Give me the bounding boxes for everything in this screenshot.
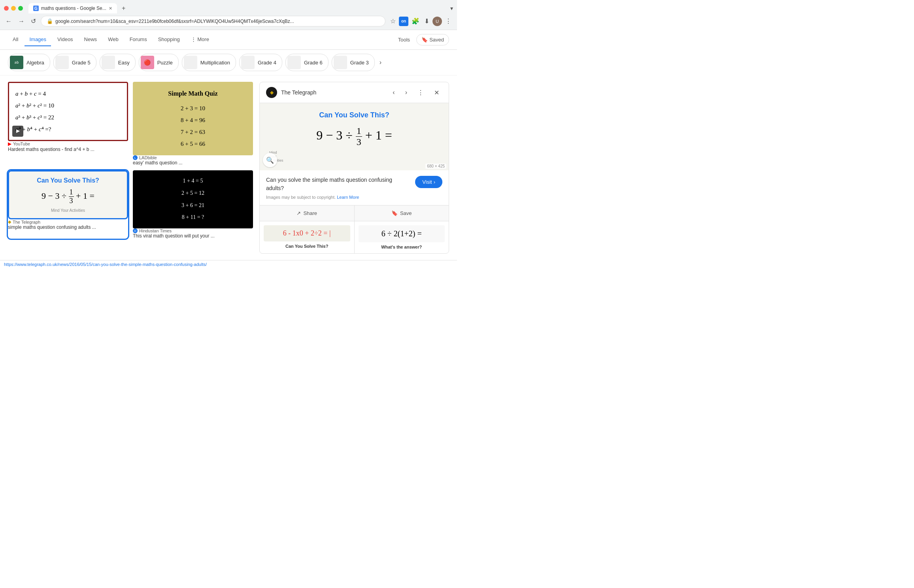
tab-all[interactable]: All xyxy=(8,33,23,46)
tab-web[interactable]: Web xyxy=(103,33,123,46)
new-tab-button[interactable]: + xyxy=(119,3,129,13)
tab-close-button[interactable]: ✕ xyxy=(109,6,112,11)
tab-images[interactable]: Images xyxy=(25,33,51,46)
chip-grade4-label: Grade 4 xyxy=(258,60,276,66)
related-item-1[interactable]: 6 - 1x0 + 2÷2 = | Can You Solve This? xyxy=(260,221,355,253)
tab-shopping[interactable]: Shopping xyxy=(153,33,185,46)
related-math-2: 6 ÷ 2(1+2) = xyxy=(381,229,422,238)
chips-scroll-right-button[interactable]: › xyxy=(378,57,383,68)
source-label-ladbible: LADbible xyxy=(139,155,157,160)
extension-icon[interactable]: on xyxy=(399,17,408,26)
panel-image-size: 680 × 425 xyxy=(425,164,446,169)
result-source-youtube: ▶ YouTube xyxy=(8,141,128,147)
telegraph-logo-icon: ◆ xyxy=(270,90,274,95)
tools-button[interactable]: Tools xyxy=(393,34,415,46)
result-ladbible-quiz[interactable]: Simple Math Quiz 2 + 3 = 10 8 + 4 = 96 7… xyxy=(133,82,253,166)
tab-news[interactable]: News xyxy=(79,33,102,46)
profile-avatar[interactable]: U xyxy=(432,17,442,26)
result-source-hindustan: H Hindustan Times xyxy=(133,228,253,233)
related-math-1: 6 - 1x0 + 2÷2 = | xyxy=(283,229,331,237)
chip-grade4[interactable]: Grade 4 xyxy=(239,54,282,71)
secure-icon: 🔒 xyxy=(47,18,53,24)
chip-easy[interactable]: Easy xyxy=(100,54,136,71)
tab-favicon-icon: G xyxy=(33,6,39,11)
hindustan-image: 1 + 4 = 5 2 + 5 = 12 3 + 6 = 21 8 + 11 =… xyxy=(133,170,253,228)
saved-button[interactable]: 🔖 Saved xyxy=(416,34,449,45)
share-button[interactable]: ↗ Share xyxy=(260,205,355,221)
chip-grade3-label: Grade 3 xyxy=(350,60,369,66)
chip-grade5[interactable]: Grade 5 xyxy=(53,54,96,71)
forward-button[interactable]: → xyxy=(17,16,26,26)
source-label-youtube: YouTube xyxy=(13,141,30,146)
address-bar[interactable]: 🔒 google.com/search?num=10&sca_esv=2211e… xyxy=(41,16,385,26)
tab-more[interactable]: ⋮ More xyxy=(186,33,214,46)
panel-next-button[interactable]: › xyxy=(402,87,410,98)
youtube-algebra-image: a + b + c = 4 a² + b² + c² = 10 a³ + b³ … xyxy=(8,82,128,141)
chip-algebra-label: Algebra xyxy=(26,60,44,66)
back-button[interactable]: ← xyxy=(4,16,13,26)
chip-puzzle[interactable]: 🔴 Puzzle xyxy=(139,54,179,71)
share-label: Share xyxy=(303,210,317,216)
active-tab[interactable]: G maths questions - Google Se... ✕ xyxy=(28,3,117,13)
related-title-2: What's the answer? xyxy=(359,245,445,249)
reload-button[interactable]: ↺ xyxy=(29,16,38,26)
chip-multiplication[interactable]: Multiplication xyxy=(182,54,236,71)
status-bar: https://www.telegraph.co.uk/news/2016/05… xyxy=(0,260,457,268)
visual-search-button[interactable]: 🔍 xyxy=(263,153,277,167)
chip-grade4-thumbnail xyxy=(241,56,255,69)
bookmark-icon: 🔖 xyxy=(421,37,428,43)
more-options-button[interactable]: ⋮ xyxy=(444,16,453,26)
related-title-1: Can You Solve This? xyxy=(264,244,350,249)
panel-description: Can you solve the simple maths question … xyxy=(266,176,411,192)
chip-grade3-thumbnail xyxy=(334,56,347,69)
result-youtube-algebra[interactable]: a + b + c = 4 a² + b² + c² = 10 a³ + b³ … xyxy=(8,82,128,166)
close-window-button[interactable] xyxy=(4,6,9,11)
hindustan-icon: H xyxy=(133,228,138,233)
related-item-2[interactable]: 6 ÷ 2(1+2) = What's the answer? xyxy=(355,221,449,253)
download-button[interactable]: ⬇ xyxy=(423,16,431,26)
chip-easy-thumbnail xyxy=(102,56,115,69)
tab-title: maths questions - Google Se... xyxy=(41,6,106,11)
save-button[interactable]: 🔖 Save xyxy=(355,205,449,221)
chip-grade6[interactable]: Grade 6 xyxy=(285,54,329,71)
chip-multiplication-label: Multiplication xyxy=(200,60,230,66)
result-title-ladbible: easy' maths question ... xyxy=(133,160,253,166)
ladbible-icon: L xyxy=(133,155,138,160)
maximize-window-button[interactable] xyxy=(18,6,23,11)
chip-multiplication-thumbnail xyxy=(184,56,197,69)
image-grid: a + b + c = 4 a² + b² + c² = 10 a³ + b³ … xyxy=(8,82,253,239)
chip-grade5-label: Grade 5 xyxy=(72,60,91,66)
result-hindustan[interactable]: 1 + 4 = 5 2 + 5 = 12 3 + 6 = 21 8 + 11 =… xyxy=(133,170,253,239)
bookmark-button[interactable]: ☆ xyxy=(389,16,397,26)
learn-more-link[interactable]: Learn More xyxy=(337,195,359,200)
tab-list-button[interactable]: ▾ xyxy=(450,5,453,11)
visit-label: Visit xyxy=(422,179,432,185)
visit-button[interactable]: Visit › xyxy=(415,176,442,188)
address-bar-row: ← → ↺ 🔒 google.com/search?num=10&sca_esv… xyxy=(0,13,457,30)
panel-actions: ↗ Share 🔖 Save xyxy=(260,205,449,221)
panel-prev-button[interactable]: ‹ xyxy=(389,87,398,98)
source-label-telegraph: The Telegraph xyxy=(13,220,40,224)
chip-algebra[interactable]: ab Algebra xyxy=(8,54,50,71)
result-source-telegraph: ◆ The Telegraph xyxy=(8,219,128,224)
chip-puzzle-label: Puzzle xyxy=(157,60,173,66)
related-image-1: 6 - 1x0 + 2÷2 = | xyxy=(264,225,350,241)
chip-grade6-label: Grade 6 xyxy=(304,60,323,66)
youtube-icon: ▶ xyxy=(8,141,11,147)
search-tabs: All Images Videos News Web Forums Shoppi… xyxy=(0,30,457,50)
play-icon: ▶ xyxy=(12,126,23,137)
result-telegraph[interactable]: Can You Solve This? 9 − 3 ÷ 13 + 1 = Min… xyxy=(8,170,128,239)
telegraph-image: Can You Solve This? 9 − 3 ÷ 13 + 1 = Min… xyxy=(8,170,128,219)
panel-menu-button[interactable]: ⋮ xyxy=(414,87,427,98)
minimize-window-button[interactable] xyxy=(11,6,16,11)
panel-close-button[interactable]: ✕ xyxy=(431,87,442,98)
chip-grade3[interactable]: Grade 3 xyxy=(332,54,375,71)
chip-algebra-thumbnail: ab xyxy=(10,56,23,69)
extension-button[interactable]: 🧩 xyxy=(410,16,421,26)
tab-forums[interactable]: Forums xyxy=(125,33,152,46)
result-title-youtube: Hardest maths questions - find a^4 + b .… xyxy=(8,147,128,152)
tab-videos[interactable]: Videos xyxy=(53,33,78,46)
chip-puzzle-thumbnail: 🔴 xyxy=(141,56,154,69)
share-icon: ↗ xyxy=(296,210,301,216)
traffic-lights xyxy=(4,6,23,11)
